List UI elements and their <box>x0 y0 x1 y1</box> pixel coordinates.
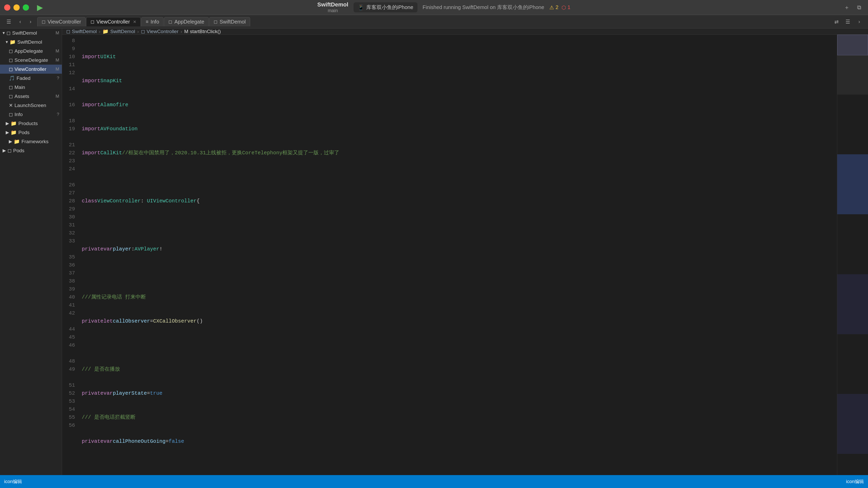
sidebar-item-pods-folder[interactable]: ▶ 📁 Pods <box>0 128 62 137</box>
sidebar-item-appdelegate[interactable]: ◻ AppDelegate M <box>0 46 62 56</box>
sidebar-item-label: SwiftDemol <box>17 39 42 45</box>
breadcrumb-icon: ◻ <box>141 28 145 34</box>
breadcrumb-label: SwiftDemol <box>72 29 97 34</box>
device-icon: 📱 <box>358 4 364 10</box>
breadcrumb-swiftdemol-2[interactable]: 📁 SwiftDemol <box>102 28 135 34</box>
code-line: private var player : AVPlayer! <box>82 245 833 253</box>
breadcrumb-method[interactable]: M startBtnClick() <box>184 29 221 34</box>
sidebar-item-badge: M <box>56 67 59 72</box>
nav-arrows: ‹ › <box>16 17 35 26</box>
warning-badges: ⚠ 2 ⬡ 1 <box>549 4 570 10</box>
breadcrumb-icon: 📁 <box>102 28 108 34</box>
breadcrumb-viewcontroller[interactable]: ◻ ViewController <box>141 28 179 34</box>
app-name: SwiftDemol <box>317 1 348 8</box>
titlebar-center: SwiftDemol main 📱 库客双小鱼的iPhone Finished … <box>45 1 842 13</box>
breadcrumb-label: SwiftDemol <box>110 29 135 34</box>
sidebar-item-assets[interactable]: ◻ Assets M <box>0 92 62 101</box>
minimap-viewport[interactable] <box>837 35 868 55</box>
device-selector[interactable]: 📱 库客双小鱼的iPhone <box>353 2 417 12</box>
code-line: import CallKit//框架在中国禁用了，2020.10.31上线被拒，… <box>82 149 833 157</box>
sidebar: ▾ ◻ SwiftDemol M ▾ 📁 SwiftDemol ◻ AppDel… <box>0 28 62 475</box>
tab-info[interactable]: ≡ Info <box>141 17 163 26</box>
main-layout: ▾ ◻ SwiftDemol M ▾ 📁 SwiftDemol ◻ AppDel… <box>0 28 868 475</box>
code-line <box>82 269 833 277</box>
tab-swiftdemol[interactable]: ◻ SwiftDemol <box>209 17 250 26</box>
breadcrumb-label: startBtnClick() <box>190 29 221 34</box>
sidebar-item-badge: M <box>56 58 59 63</box>
sidebar-item-badge: M <box>56 48 59 54</box>
forward-button[interactable]: › <box>26 17 35 26</box>
sidebar-item-launchscreen[interactable]: ✕ LaunchScreen <box>0 101 62 110</box>
breadcrumb-swiftdemol-1[interactable]: ◻ SwiftDemol <box>66 28 97 34</box>
tab-label: ViewController <box>96 19 130 25</box>
code-line: import AVFoundation <box>82 125 833 133</box>
tab-appdelegate[interactable]: ◻ AppDelegate <box>164 17 209 26</box>
editor-options-button[interactable]: ☰ <box>843 17 852 26</box>
app-sub: main <box>328 8 338 13</box>
tab-viewcontroller-2[interactable]: ◻ ViewController ✕ <box>86 17 141 26</box>
sidebar-item-scenedelegate[interactable]: ◻ SceneDelegate M <box>0 56 62 65</box>
sidebar-item-icon: 📁 <box>9 39 16 45</box>
sidebar-item-label: Assets <box>14 94 29 99</box>
sidebar-item-label: Frameworks <box>22 139 49 144</box>
run-button[interactable]: ▶ <box>34 2 45 13</box>
code-line <box>82 173 833 181</box>
sidebar-item-icon: ◻ <box>9 57 13 63</box>
tab-label: ViewController <box>48 19 81 25</box>
tab-viewcontroller-1[interactable]: ◻ ViewController <box>37 17 86 26</box>
back-button[interactable]: ‹ <box>16 17 25 26</box>
close-button[interactable] <box>4 4 10 10</box>
tab-close-icon[interactable]: ✕ <box>133 20 136 24</box>
code-line: ///属性记录电话 打来中断 <box>82 293 833 301</box>
statusbar: icon编辑 icon编辑 <box>0 475 868 488</box>
code-line: import Alamofire <box>82 101 833 109</box>
minimap[interactable] <box>837 35 868 475</box>
maximize-button[interactable] <box>23 4 29 10</box>
sidebar-item-icon: ◻ <box>7 148 12 154</box>
sidebar-item-label: Info <box>14 112 23 117</box>
sidebar-item-badge: M <box>56 31 59 36</box>
sidebar-item-badge: M <box>56 94 59 99</box>
inspector-toggle[interactable]: › <box>855 17 864 26</box>
sidebar-item-badge: ? <box>57 76 59 81</box>
sidebar-item-label: ViewController <box>14 66 46 72</box>
sidebar-item-label: Faded <box>17 75 31 81</box>
tab-label: SwiftDemol <box>220 19 246 25</box>
code-editor[interactable]: ◻ SwiftDemol › 📁 SwiftDemol › ◻ ViewCont… <box>62 28 868 475</box>
layout-button[interactable]: ⧉ <box>855 3 864 12</box>
add-button[interactable]: ＋ <box>842 3 851 12</box>
minimize-button[interactable] <box>13 4 20 10</box>
sidebar-item-pods-root[interactable]: ▶ ◻ Pods <box>0 146 62 155</box>
tab-icon: ◻ <box>168 19 172 25</box>
sidebar-expand-icon: ▾ <box>6 39 8 45</box>
sidebar-item-products[interactable]: ▶ 📁 Products <box>0 119 62 128</box>
sidebar-item-label: Pods <box>13 148 24 154</box>
titlebar-right: ＋ ⧉ <box>842 3 864 12</box>
sidebar-item-swiftdemol-folder[interactable]: ▾ 📁 SwiftDemol <box>0 37 62 46</box>
sidebar-item-frameworks[interactable]: ▶ 📁 Frameworks <box>0 137 62 146</box>
statusbar-info: icon编辑 <box>4 479 22 485</box>
sidebar-expand-icon: ▶ <box>6 121 9 126</box>
code-line: /// 是否电话拦截竖断 <box>82 413 833 421</box>
code-line <box>82 461 833 469</box>
statusbar-line-col: icon编辑 <box>846 479 864 485</box>
sidebar-item-icon: ◻ <box>9 48 13 54</box>
breadcrumb-bar: ◻ SwiftDemol › 📁 SwiftDemol › ◻ ViewCont… <box>62 28 868 35</box>
sidebar-item-swiftdemol-root[interactable]: ▾ ◻ SwiftDemol M <box>0 28 62 37</box>
code-lines: import UIKit import SnapKit import Alamo… <box>78 35 837 475</box>
sidebar-item-viewcontroller[interactable]: ◻ ViewController M <box>0 65 62 74</box>
breadcrumb-icon: M <box>184 29 188 34</box>
sidebar-toggle[interactable]: ☰ <box>4 17 13 26</box>
split-editor-button[interactable]: ⇄ <box>832 17 841 26</box>
minimap-content <box>837 35 868 475</box>
sidebar-item-faded[interactable]: 🎵 Faded ? <box>0 74 62 83</box>
sidebar-item-icon: 🎵 <box>9 75 15 81</box>
tab-icon: ◻ <box>214 19 218 25</box>
sidebar-item-icon: ✕ <box>9 102 13 108</box>
sidebar-item-main[interactable]: ◻ Main <box>0 83 62 92</box>
statusbar-right: icon编辑 <box>846 479 864 485</box>
tab-label: Info <box>151 19 159 25</box>
code-line <box>82 341 833 349</box>
sidebar-item-info[interactable]: ◻ Info ? <box>0 110 62 119</box>
sidebar-expand-icon: ▶ <box>9 139 12 144</box>
